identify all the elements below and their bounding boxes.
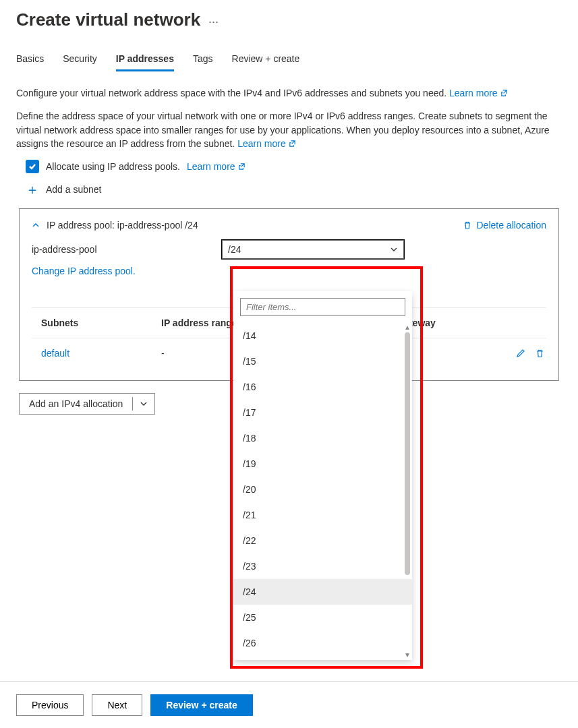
add-subnet-button[interactable]: ＋ Add a subnet <box>26 183 562 196</box>
dropdown-option[interactable]: /15 <box>233 348 412 374</box>
add-subnet-label: Add a subnet <box>46 184 102 195</box>
dropdown-filter-input[interactable] <box>240 298 405 316</box>
dropdown-option[interactable]: /25 <box>233 605 412 630</box>
chevron-down-icon <box>390 245 398 253</box>
tab-ip-addresses[interactable]: IP addresses <box>116 49 174 71</box>
allocate-pools-checkbox[interactable] <box>26 160 39 173</box>
subnet-name-link[interactable]: default <box>41 348 69 359</box>
page-title: Create virtual network <box>16 9 200 30</box>
learn-more-link-1[interactable]: Learn more <box>449 88 508 98</box>
learn-more-link-2[interactable]: Learn more <box>237 138 296 149</box>
delete-allocation-button[interactable]: Delete allocation <box>463 220 546 231</box>
trash-icon[interactable] <box>535 348 545 359</box>
wizard-footer: Previous Next Review + create <box>0 681 578 728</box>
pool-header-text: IP address pool: ip-address-pool /24 <box>47 220 198 231</box>
dropdown-option[interactable]: /19 <box>233 451 412 477</box>
review-create-button[interactable]: Review + create <box>150 694 252 716</box>
dropdown-option[interactable]: /22 <box>233 528 412 553</box>
dropdown-option[interactable]: /17 <box>233 400 412 425</box>
intro-text-1: Configure your virtual network address s… <box>16 88 446 98</box>
scroll-up-icon[interactable]: ▲ <box>404 324 411 331</box>
chevron-up-icon[interactable] <box>32 221 40 229</box>
allocate-pools-label: Allocate using IP address pools. <box>46 161 180 172</box>
next-button[interactable]: Next <box>92 694 142 716</box>
dropdown-option[interactable]: /14 <box>233 323 412 348</box>
add-ipv4-allocation-button[interactable]: Add an IPv4 allocation <box>19 393 155 415</box>
scroll-down-icon[interactable]: ▼ <box>404 652 411 659</box>
tab-basics[interactable]: Basics <box>16 49 44 71</box>
more-actions-button[interactable]: ··· <box>206 12 221 32</box>
dropdown-option[interactable]: /21 <box>233 502 412 528</box>
tabs: Basics Security IP addresses Tags Review… <box>0 34 578 71</box>
external-link-icon <box>238 162 245 170</box>
cidr-dropdown-trigger[interactable]: /24 <box>222 240 404 259</box>
tab-review-create[interactable]: Review + create <box>232 49 300 71</box>
edit-icon[interactable] <box>515 348 525 359</box>
add-allocation-label: Add an IPv4 allocation <box>20 394 132 414</box>
col-header-subnets: Subnets <box>33 317 161 328</box>
dropdown-options-list: /14 /15 /16 /17 /18 /19 /20 /21 /22 /23 … <box>233 323 412 660</box>
plus-icon: ＋ <box>26 183 39 196</box>
dropdown-option[interactable]: /18 <box>233 425 412 451</box>
change-ip-pool-link[interactable]: Change IP address pool. <box>32 266 136 276</box>
scroll-thumb[interactable] <box>405 332 410 575</box>
cidr-dropdown-value: /24 <box>228 244 241 255</box>
external-link-icon <box>500 89 508 96</box>
dropdown-option[interactable]: /24 <box>233 579 412 605</box>
cidr-dropdown-panel: /14 /15 /16 /17 /18 /19 /20 /21 /22 /23 … <box>233 291 412 660</box>
dropdown-scrollbar[interactable]: ▲ ▼ <box>404 324 411 659</box>
dropdown-option[interactable]: /23 <box>233 553 412 579</box>
pool-name-label: ip-address-pool <box>32 244 222 255</box>
previous-button[interactable]: Previous <box>16 694 84 716</box>
tab-security[interactable]: Security <box>63 49 97 71</box>
dropdown-option[interactable]: /26 <box>233 630 412 656</box>
tab-tags[interactable]: Tags <box>193 49 213 71</box>
learn-more-link-3[interactable]: Learn more <box>187 161 245 172</box>
dropdown-option[interactable]: /16 <box>233 374 412 400</box>
chevron-down-icon[interactable] <box>133 395 154 413</box>
external-link-icon <box>289 140 296 147</box>
trash-icon <box>463 220 472 230</box>
dropdown-option[interactable]: /20 <box>233 477 412 502</box>
